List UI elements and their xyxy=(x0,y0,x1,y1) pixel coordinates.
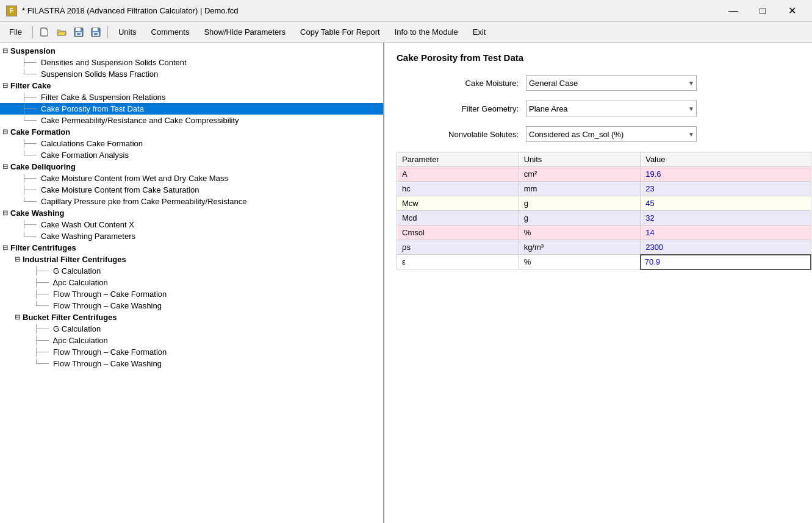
col-header-units: Units xyxy=(519,152,641,167)
cell-units-Mcd: g xyxy=(519,211,641,226)
tree-subgroup-industrial: ⊟ Industrial Filter Centrifuges ├── G Ca… xyxy=(0,254,383,311)
tree-group-suspension: ⊟ Suspension ├── Densities and Suspensio… xyxy=(0,45,383,80)
cell-value-Mcd: 32 xyxy=(641,211,811,226)
menu-copy-table[interactable]: Copy Table For Report xyxy=(293,24,387,40)
tree-item-dpc-calc-bucket[interactable]: ├── Δpc Calculation xyxy=(12,335,383,346)
tree-item-cake-moisture-wet-dry[interactable]: ├── Cake Moisture Content from Wet and D… xyxy=(0,173,383,184)
tree-root-bucket[interactable]: ⊟ Bucket Filter Centrifuges xyxy=(12,311,383,323)
select-nonvolatile-solutes[interactable]: Considered as Cm_sol (%) Not Considered … xyxy=(526,126,697,142)
table-row: Cmsol%14 xyxy=(397,226,811,240)
window-controls: — □ ✕ xyxy=(719,2,806,20)
tree-item-g-calc[interactable]: ├── G Calculation xyxy=(12,265,383,277)
tree-item-flow-cake-formation-bucket[interactable]: ├── Flow Through – Cake Formation xyxy=(12,346,383,358)
maximize-button[interactable]: □ xyxy=(749,2,777,20)
toolbar-open-button[interactable] xyxy=(54,24,70,40)
label-filter-geometry: Filter Geometry: xyxy=(397,104,519,113)
right-panel: Cake Porosity from Test Data Cake Moistu… xyxy=(384,43,812,523)
cell-value-epsilon[interactable] xyxy=(641,255,811,269)
expand-icon-industrial: ⊟ xyxy=(15,255,20,263)
main-layout: ⊟ Suspension ├── Densities and Suspensio… xyxy=(0,43,812,523)
data-table: Parameter Units Value Acm²19.6hcmm23Mcwg… xyxy=(397,152,811,270)
select-wrapper-nonvolatile-solutes: Considered as Cm_sol (%) Not Considered … xyxy=(526,126,697,142)
tree-root-cake-washing[interactable]: ⊟ Cake Washing xyxy=(0,207,383,219)
app-icon: F xyxy=(6,5,17,16)
cell-param-hc: hc xyxy=(397,182,519,196)
tree-root-suspension[interactable]: ⊟ Suspension xyxy=(0,45,383,57)
select-wrapper-filter-geometry: Plane Area Cylindrical Conical ▼ xyxy=(526,101,697,116)
menu-bar: File + Units xyxy=(0,22,812,43)
tree-root-cake-deliquoring[interactable]: ⊟ Cake Deliquoring xyxy=(0,161,383,173)
tree-item-flow-cake-washing-bucket[interactable]: └── Flow Through – Cake Washing xyxy=(12,358,383,369)
tree-item-densities[interactable]: ├── Densities and Suspension Solids Cont… xyxy=(0,57,383,68)
col-header-value: Value xyxy=(641,152,811,167)
cell-value-ps: 2300 xyxy=(641,240,811,255)
svg-text:+: + xyxy=(97,32,100,37)
tree-item-cake-permeability[interactable]: └── Cake Permeability/Resistance and Cak… xyxy=(0,115,383,126)
minimize-button[interactable]: — xyxy=(719,2,747,20)
tree-item-cake-moisture-saturation[interactable]: ├── Cake Moisture Content from Cake Satu… xyxy=(0,184,383,196)
tree-root-industrial[interactable]: ⊟ Industrial Filter Centrifuges xyxy=(12,254,383,265)
tree-item-dpc-calc[interactable]: ├── Δpc Calculation xyxy=(12,277,383,288)
menu-exit[interactable]: Exit xyxy=(466,24,493,40)
toolbar-saveas-button[interactable]: + xyxy=(88,24,104,40)
tree-item-flow-cake-formation[interactable]: ├── Flow Through – Cake Formation xyxy=(12,288,383,300)
expand-icon-cake-washing: ⊟ xyxy=(2,209,8,217)
cell-param-ps: ρs xyxy=(397,240,519,255)
table-row: Acm²19.6 xyxy=(397,167,811,182)
svg-rect-2 xyxy=(76,28,81,31)
tree-root-filter-centrifuges[interactable]: ⊟ Filter Centrifuges xyxy=(0,242,383,254)
form-row-filter-geometry: Filter Geometry: Plane Area Cylindrical … xyxy=(397,101,800,116)
tree-item-flow-cake-washing[interactable]: └── Flow Through – Cake Washing xyxy=(12,300,383,311)
menu-show-hide[interactable]: Show/Hide Parameters xyxy=(197,24,292,40)
menu-info[interactable]: Info to the Module xyxy=(388,24,465,40)
cell-value-A: 19.6 xyxy=(641,167,811,182)
expand-icon-filter-centrifuges: ⊟ xyxy=(2,244,8,252)
expand-icon-cake-formation: ⊟ xyxy=(2,128,8,136)
tree-item-capillary-pressure[interactable]: └── Capillary Pressure pke from Cake Per… xyxy=(0,196,383,207)
svg-rect-6 xyxy=(93,28,98,31)
tree-item-cake-wash-out[interactable]: ├── Cake Wash Out Content X xyxy=(0,219,383,230)
menu-units[interactable]: Units xyxy=(112,24,143,40)
label-cake-moisture: Cake Moisture: xyxy=(397,79,519,88)
menu-file[interactable]: File xyxy=(2,24,29,40)
tree-item-calc-cake-formation[interactable]: ├── Calculations Cake Formation xyxy=(0,138,383,149)
tree-item-filter-cake-relations[interactable]: ├── Filter Cake & Suspension Relations xyxy=(0,91,383,103)
panel-title: Cake Porosity from Test Data xyxy=(397,52,800,63)
tree-subgroup-bucket: ⊟ Bucket Filter Centrifuges ├── G Calcul… xyxy=(0,311,383,369)
menu-separator-1 xyxy=(32,26,33,38)
tree-root-cake-formation[interactable]: ⊟ Cake Formation xyxy=(0,126,383,138)
window-title: * FILASTRA 2018 (Advanced Filtration Cal… xyxy=(22,6,239,15)
menu-comments[interactable]: Comments xyxy=(145,24,196,40)
tree-item-cake-porosity[interactable]: ├── Cake Porosity from Test Data xyxy=(0,103,383,115)
col-header-parameter: Parameter xyxy=(397,152,519,167)
title-bar: F * FILASTRA 2018 (Advanced Filtration C… xyxy=(0,0,812,22)
cell-value-Mcw: 45 xyxy=(641,196,811,211)
cell-units-hc: mm xyxy=(519,182,641,196)
expand-icon-suspension: ⊟ xyxy=(2,47,8,55)
cell-param-Cmsol: Cmsol xyxy=(397,226,519,240)
tree-group-cake-washing: ⊟ Cake Washing ├── Cake Wash Out Content… xyxy=(0,207,383,242)
tree-item-cake-washing-params[interactable]: └── Cake Washing Parameters xyxy=(0,230,383,242)
tree-item-suspension-mass[interactable]: └── Suspension Solids Mass Fraction xyxy=(0,68,383,80)
cell-units-Cmsol: % xyxy=(519,226,641,240)
toolbar-new-button[interactable] xyxy=(37,24,52,40)
table-row: ε% xyxy=(397,255,811,269)
input-epsilon[interactable] xyxy=(641,256,810,268)
select-filter-geometry[interactable]: Plane Area Cylindrical Conical xyxy=(526,101,697,116)
close-button[interactable]: ✕ xyxy=(778,2,806,20)
table-row: Mcwg45 xyxy=(397,196,811,211)
tree-root-filter-cake[interactable]: ⊟ Filter Cake xyxy=(0,80,383,91)
select-cake-moisture[interactable]: General Case Wet Cake Dry Cake xyxy=(526,75,697,91)
tree-item-g-calc-bucket[interactable]: ├── G Calculation xyxy=(12,323,383,335)
table-row: hcmm23 xyxy=(397,182,811,196)
menu-separator-2 xyxy=(107,26,108,38)
table-row: Mcdg32 xyxy=(397,211,811,226)
tree-panel: ⊟ Suspension ├── Densities and Suspensio… xyxy=(0,43,384,523)
cell-units-epsilon: % xyxy=(519,255,641,269)
cell-param-epsilon: ε xyxy=(397,255,519,269)
cell-units-ps: kg/m³ xyxy=(519,240,641,255)
expand-icon-cake-deliquoring: ⊟ xyxy=(2,163,8,171)
expand-icon-filter-cake: ⊟ xyxy=(2,82,8,90)
tree-item-cake-formation-analysis[interactable]: └── Cake Formation Analysis xyxy=(0,149,383,161)
toolbar-save-button[interactable] xyxy=(71,24,87,40)
